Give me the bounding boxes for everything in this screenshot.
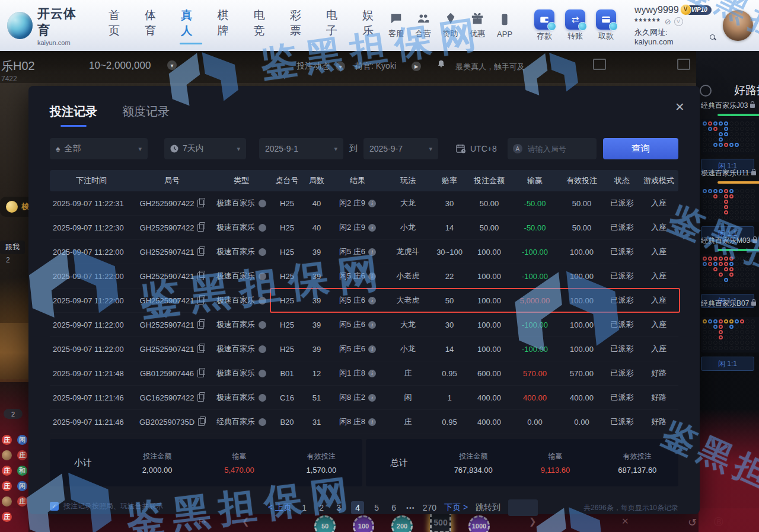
undo-bet-icon[interactable] <box>688 516 697 529</box>
clock-icon <box>170 145 178 153</box>
bet-feed-label[interactable]: 投注动态 <box>296 61 330 72</box>
page-number[interactable]: 4 <box>351 501 364 514</box>
quick-link-partner[interactable]: 合营 <box>410 12 437 39</box>
copy-icon[interactable] <box>197 321 204 329</box>
page-number[interactable]: 1 <box>299 501 309 514</box>
quick-link-sponsor[interactable]: 赞助 <box>437 12 464 39</box>
cell-table-no: H25 <box>272 313 302 336</box>
menu-item[interactable]: 娱乐 <box>362 8 382 43</box>
info-icon[interactable] <box>368 273 376 280</box>
quick-link-promo[interactable]: 优惠 <box>464 12 491 39</box>
table-header-cell: 游戏模式 <box>639 170 678 191</box>
info-icon[interactable] <box>368 224 376 232</box>
table-row: 2025-09-07 11:22:30 GH2525907422 极速百家乐 H… <box>50 216 678 240</box>
verify-icon[interactable]: V <box>674 17 683 26</box>
close-icon[interactable] <box>675 99 684 114</box>
bet-chip[interactable]: 100 <box>353 515 374 532</box>
copy-icon[interactable] <box>197 224 204 232</box>
game-type-icon[interactable] <box>259 200 266 207</box>
game-type-icon[interactable] <box>259 273 266 280</box>
modal-tab[interactable]: 额度记录 <box>122 104 170 127</box>
cell-round-count: 40 <box>302 191 331 215</box>
hide-balance-icon[interactable] <box>665 17 671 27</box>
game-type-icon[interactable] <box>259 224 266 232</box>
date-to-select[interactable]: 2025-9-7 <box>363 138 438 159</box>
withdraw-button[interactable]: 取款 <box>591 9 621 41</box>
menu-item[interactable]: 体育 <box>145 8 165 43</box>
modal-tab[interactable]: 投注记录 <box>50 104 97 127</box>
copy-icon[interactable] <box>197 297 204 305</box>
gear-icon[interactable] <box>700 85 712 97</box>
search-icon[interactable] <box>709 34 716 41</box>
follow-pill[interactable]: 跟我 <box>0 241 25 254</box>
game-type-icon[interactable] <box>259 394 266 402</box>
free-bet-icon[interactable] <box>199 516 206 526</box>
page-number[interactable]: 6 <box>389 501 398 514</box>
dealer-play-icon[interactable] <box>412 62 421 71</box>
quick-link-app[interactable]: APP <box>491 13 518 39</box>
copy-icon[interactable] <box>197 345 204 353</box>
copy-icon[interactable] <box>198 418 205 426</box>
game-type-icon[interactable] <box>259 345 266 353</box>
info-icon[interactable] <box>368 248 376 256</box>
date-from-select[interactable]: 2025-9-1 <box>259 138 343 159</box>
info-icon[interactable] <box>368 321 376 329</box>
cancel-bet-icon[interactable] <box>621 516 629 527</box>
menu-item[interactable]: 棋牌 <box>217 8 237 43</box>
table-header-cell: 玩法 <box>384 170 432 191</box>
copy-icon[interactable] <box>197 370 204 377</box>
info-icon[interactable] <box>368 297 376 305</box>
feed-caret-icon[interactable] <box>336 62 345 71</box>
game-type-icon[interactable] <box>259 297 266 305</box>
menu-item[interactable]: 彩票 <box>290 8 310 43</box>
chips-prev-arrow-icon[interactable] <box>242 516 250 527</box>
info-icon[interactable] <box>368 394 376 402</box>
copy-icon[interactable] <box>197 200 204 207</box>
info-icon[interactable] <box>368 370 376 377</box>
road-bet-button[interactable]: 闲 1:1 <box>701 357 754 371</box>
game-type-icon[interactable] <box>259 248 266 256</box>
menu-item[interactable]: 真人 <box>181 8 201 43</box>
menu-item[interactable]: 电竞 <box>254 8 274 43</box>
last-page-number[interactable]: 270 <box>423 501 436 514</box>
game-type-select[interactable]: 全部 <box>50 138 148 159</box>
info-icon[interactable] <box>368 345 376 353</box>
gallery-icon[interactable] <box>593 59 606 70</box>
grid-icon[interactable] <box>677 59 690 70</box>
bell-icon[interactable] <box>437 60 445 68</box>
chips-next-arrow-icon[interactable] <box>529 516 537 527</box>
bet-chip[interactable]: 1000 <box>468 515 490 532</box>
game-type-icon[interactable] <box>259 418 266 426</box>
info-icon[interactable] <box>368 418 376 426</box>
bet-chip[interactable]: 200 <box>391 515 413 532</box>
menu-item[interactable]: 首页 <box>109 8 129 43</box>
page-number[interactable]: 3 <box>334 501 343 514</box>
next-page-button[interactable]: 下页 > <box>444 502 468 513</box>
quick-link-service[interactable]: 客服 <box>382 12 410 39</box>
transfer-button[interactable]: ⇄ 转账 <box>560 9 591 41</box>
info-icon[interactable] <box>368 200 376 207</box>
deposit-button[interactable]: 存款 <box>529 9 560 41</box>
page-number[interactable]: 5 <box>372 501 381 514</box>
game-type-icon[interactable] <box>259 370 266 377</box>
page-number[interactable]: 2 <box>317 501 326 514</box>
jump-page-input[interactable] <box>508 499 538 516</box>
round-search-input[interactable] <box>527 144 593 154</box>
avatar[interactable] <box>723 10 753 41</box>
limits-caret-icon[interactable] <box>167 60 177 70</box>
merge-checkbox[interactable] <box>50 502 59 511</box>
date-range-select[interactable]: 7天内 <box>164 138 246 159</box>
query-button[interactable]: 查询 <box>603 138 678 159</box>
game-type-icon[interactable] <box>259 321 266 329</box>
sidebar-header: 好路投 <box>700 83 759 98</box>
cell-table-no: H25 <box>272 289 302 312</box>
prev-page-button[interactable]: < 上页 <box>268 502 292 513</box>
copy-icon[interactable] <box>197 273 204 280</box>
menu-item[interactable]: 电子 <box>326 8 346 43</box>
copy-icon[interactable] <box>197 394 204 402</box>
baccarat-road-grid <box>701 187 759 222</box>
sidebar-title: 好路投 <box>734 83 759 98</box>
bet-chip[interactable]: 50 <box>314 515 336 532</box>
copy-icon[interactable] <box>197 248 204 256</box>
site-logo[interactable]: 开云体育 kaiyun.com <box>7 5 86 46</box>
